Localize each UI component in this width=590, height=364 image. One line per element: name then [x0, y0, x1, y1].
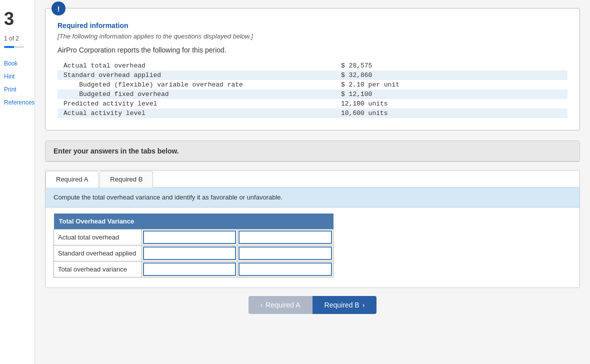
data-label-4: Budgeted fixed overhead	[58, 90, 338, 99]
progress-fill	[4, 46, 14, 48]
data-row-4: Budgeted fixed overhead $ 12,100	[58, 90, 568, 99]
info-intro: AirPro Corporation reports the following…	[58, 46, 568, 54]
variance-input-cell-2a	[142, 246, 238, 262]
info-subtitle: [The following information applies to th…	[58, 32, 568, 40]
sidebar-link-references[interactable]: References	[4, 99, 34, 106]
tabs-bar: Required A Required B	[46, 170, 580, 188]
variance-input-cell-1b	[238, 230, 334, 246]
variance-input-1b[interactable]	[238, 230, 332, 244]
tab-content: Compute the total overhead variance and …	[46, 188, 580, 288]
info-data-table: Actual total overhead $ 28,575 Standard …	[58, 61, 568, 118]
tabs-container: Required A Required B Compute the total …	[45, 170, 580, 288]
variance-input-cell-3b	[238, 262, 334, 278]
variance-table-wrapper: Total Overhead Variance Actual total ove…	[46, 208, 580, 288]
sidebar-links: Book Hint Print References	[0, 60, 38, 106]
data-value-2: $ 32,860	[338, 70, 568, 80]
data-label-6: Actual activity level	[58, 108, 338, 118]
variance-table-header: Total Overhead Variance	[54, 214, 334, 230]
data-row-1: Actual total overhead $ 28,575	[58, 61, 568, 70]
data-label-1: Actual total overhead	[58, 61, 338, 70]
data-value-5: 12,100 units	[338, 99, 568, 108]
variance-label-3: Total overhead variance	[54, 262, 142, 278]
info-box: ! Required information [The following in…	[45, 8, 580, 130]
prev-button-label: Required A	[266, 301, 300, 309]
data-row-3: Budgeted (flexible) variable overhead ra…	[58, 80, 568, 90]
tab-required-a[interactable]: Required A	[46, 171, 98, 188]
data-label-2: Standard overhead applied	[58, 70, 338, 80]
data-row-2: Standard overhead applied $ 32,860	[58, 70, 568, 80]
tab-required-b[interactable]: Required B	[100, 171, 153, 188]
prev-chevron-icon: ‹	[260, 301, 263, 309]
answer-section: Enter your answers in the tabs below.	[45, 140, 580, 162]
page-number: 3	[0, 5, 18, 33]
data-value-6: 10,600 units	[338, 108, 568, 118]
data-row-6: Actual activity level 10,600 units	[58, 108, 568, 118]
variance-table: Total Overhead Variance Actual total ove…	[54, 214, 334, 278]
variance-row-3: Total overhead variance	[54, 262, 334, 278]
variance-input-cell-3a	[142, 262, 238, 278]
variance-input-3b[interactable]	[238, 262, 332, 276]
answer-header: Enter your answers in the tabs below.	[46, 141, 580, 162]
variance-row-2: Standard overhead applied	[54, 246, 334, 262]
variance-input-1a[interactable]	[143, 230, 236, 244]
variance-input-cell-2b	[238, 246, 334, 262]
variance-input-cell-1a	[142, 230, 238, 246]
variance-label-1: Actual total overhead	[54, 230, 142, 246]
sidebar-link-book[interactable]: Book	[4, 60, 34, 67]
sidebar-link-print[interactable]: Print	[4, 86, 34, 93]
data-value-1: $ 28,575	[338, 61, 568, 70]
variance-label-2: Standard overhead applied	[54, 246, 142, 262]
main-content: ! Required information [The following in…	[35, 0, 590, 364]
data-label-5: Predicted activity level	[58, 99, 338, 108]
sidebar-link-hint[interactable]: Hint	[4, 73, 34, 80]
data-value-4: $ 12,100	[338, 90, 568, 99]
nav-buttons: ‹ Required A Required B ›	[45, 296, 580, 319]
variance-row-1: Actual total overhead	[54, 230, 334, 246]
page-info: 1 of 2	[0, 33, 23, 44]
data-value-3: $ 2.10 per unit	[338, 80, 568, 90]
prev-button[interactable]: ‹ Required A	[248, 296, 312, 314]
progress-bar	[4, 46, 24, 48]
variance-input-2b[interactable]	[238, 246, 332, 260]
variance-input-3a[interactable]	[143, 262, 236, 276]
data-label-3: Budgeted (flexible) variable overhead ra…	[58, 80, 338, 90]
variance-input-2a[interactable]	[143, 246, 236, 260]
tab-description: Compute the total overhead variance and …	[46, 188, 580, 208]
sidebar: 3 1 of 2 Book Hint Print References	[0, 0, 35, 364]
next-button[interactable]: Required B ›	[312, 296, 377, 314]
data-row-5: Predicted activity level 12,100 units	[58, 99, 568, 108]
next-button-label: Required B	[324, 301, 360, 309]
info-icon: !	[52, 2, 66, 16]
next-chevron-icon: ›	[362, 301, 365, 309]
info-title: Required information	[58, 22, 568, 30]
